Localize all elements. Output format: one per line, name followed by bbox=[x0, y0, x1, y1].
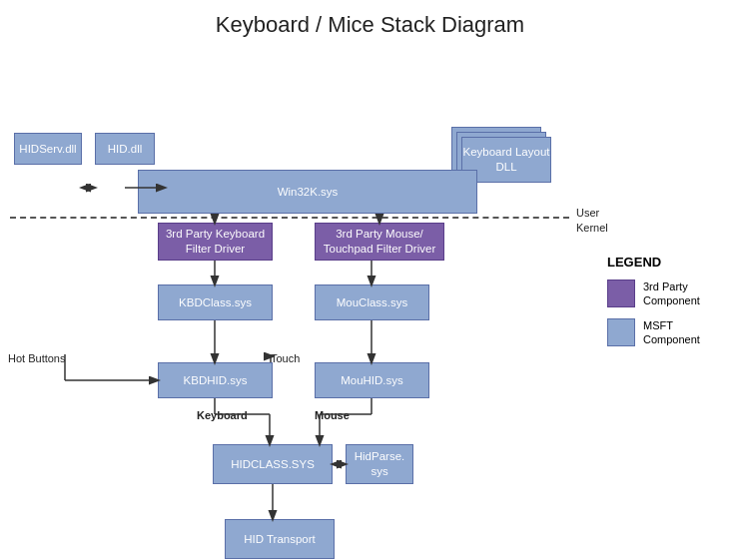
legend-title: LEGEND bbox=[607, 255, 727, 270]
hidclass-label: HIDCLASS.SYS bbox=[231, 457, 315, 472]
legend-item-3rdparty: 3rd Party Component bbox=[607, 280, 727, 308]
kbdhid-label: KBDHID.sys bbox=[184, 373, 248, 388]
win32k-box: Win32K.sys bbox=[138, 170, 477, 214]
hiddll-box: HID.dll bbox=[95, 133, 155, 165]
mouhid-box: MouHID.sys bbox=[315, 362, 429, 398]
mouse-label: Mouse bbox=[315, 409, 350, 421]
touch-label: Touch bbox=[271, 352, 300, 364]
kbdfilter-label: 3rd Party Keyboard Filter Driver bbox=[159, 227, 272, 257]
hidtransport-box: HID Transport bbox=[225, 519, 335, 559]
boundary-line bbox=[10, 217, 569, 219]
kbdclass-box: KBDClass.sys bbox=[158, 284, 273, 320]
hiddll-label: HID.dll bbox=[108, 142, 143, 157]
hidtransport-label: HID Transport bbox=[244, 532, 316, 547]
kbdfilter-box: 3rd Party Keyboard Filter Driver bbox=[158, 223, 273, 261]
mouhid-label: MouHID.sys bbox=[341, 373, 403, 388]
mousefilter-label: 3rd Party Mouse/ Touchpad Filter Driver bbox=[316, 227, 443, 257]
hidserv-box: HIDServ.dll bbox=[14, 133, 82, 165]
mousefilter-box: 3rd Party Mouse/ Touchpad Filter Driver bbox=[315, 223, 444, 261]
mouclass-box: MouClass.sys bbox=[315, 284, 429, 320]
keyboard-label: Keyboard bbox=[197, 409, 248, 421]
hidparse-label: HidParse. sys bbox=[347, 449, 412, 479]
legend-box-3rdparty bbox=[607, 280, 635, 307]
user-kernel-label: User Kernel bbox=[576, 206, 608, 237]
kbdhid-box: KBDHID.sys bbox=[158, 362, 273, 398]
diagram-area: Keyboard Layout DLL HIDServ.dll HID.dll … bbox=[0, 55, 740, 560]
win32k-label: Win32K.sys bbox=[278, 185, 339, 200]
page-title: Keyboard / Mice Stack Diagram bbox=[0, 0, 740, 38]
legend-box-msft bbox=[607, 318, 635, 346]
mouclass-label: MouClass.sys bbox=[337, 295, 408, 310]
hidclass-box: HIDCLASS.SYS bbox=[213, 444, 333, 484]
kbdclass-label: KBDClass.sys bbox=[179, 295, 252, 310]
hidparse-box: HidParse. sys bbox=[346, 444, 413, 484]
legend-label-msft: MSFT Component bbox=[643, 318, 727, 347]
hidserv-label: HIDServ.dll bbox=[19, 142, 76, 157]
hotbuttons-label: Hot Buttons bbox=[8, 352, 65, 364]
legend: LEGEND 3rd Party Component MSFT Componen… bbox=[607, 255, 727, 356]
legend-item-msft: MSFT Component bbox=[607, 318, 727, 347]
legend-label-3rdparty: 3rd Party Component bbox=[643, 280, 727, 308]
